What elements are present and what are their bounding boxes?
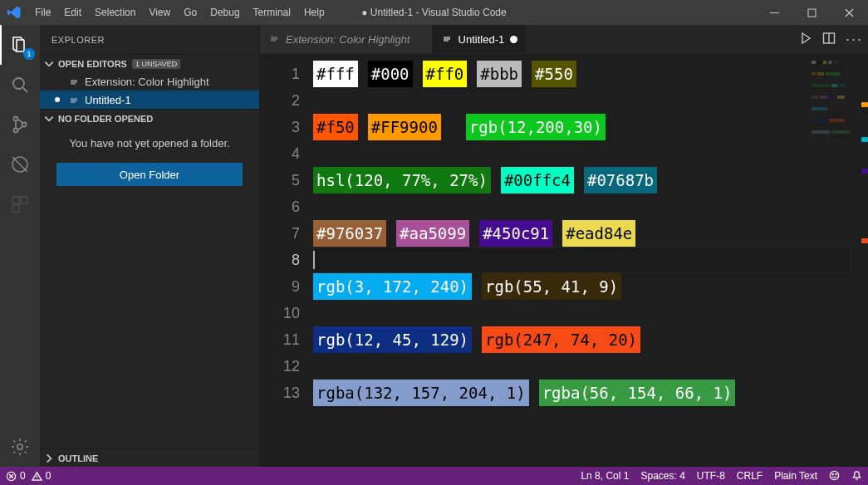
minimap[interactable] [812,61,856,160]
color-token: rgba(132, 157, 204, 1) [313,380,529,406]
status-lang[interactable]: Plain Text [768,470,823,482]
code-line[interactable] [313,247,851,273]
open-editor-item[interactable]: Untitled-1 [40,91,259,109]
overview-marker[interactable] [861,137,868,142]
status-encoding[interactable]: UTF-8 [691,470,731,482]
svg-rect-1 [808,9,816,17]
window-maximize[interactable] [793,0,831,25]
status-bell-icon[interactable] [846,470,868,481]
folder-label: NO FOLDER OPENED [58,114,153,124]
open-editor-item[interactable]: Extension: Color Highlight [40,72,259,91]
menu-go[interactable]: Go [177,0,204,25]
status-feedback-icon[interactable] [823,470,846,481]
color-token: rgb(3, 172, 240) [313,273,472,300]
code-line[interactable]: #f50#FF9900rgb(12,200,30) [313,114,868,140]
activity-explorer[interactable]: 1 [0,25,40,65]
code-line[interactable]: #fff#000#ff0#bbb#550 [313,61,868,87]
code-line[interactable] [313,353,868,380]
folder-header[interactable]: NO FOLDER OPENED [40,109,259,127]
line-number: 1 [260,61,300,87]
code-line[interactable]: #976037#aa5099#450c91#ead84e [313,220,868,247]
color-token: #bbb [477,61,522,87]
overview-marker[interactable] [861,102,868,107]
code-line[interactable] [313,300,868,326]
open-editors-header[interactable]: OPEN EDITORS 1 UNSAVED [40,54,259,72]
editor-tab[interactable]: Extension: Color Highlight [260,25,433,53]
color-token: #450c91 [479,220,552,247]
svg-point-13 [830,471,838,479]
errors-count: 0 [20,470,26,482]
text-editor[interactable]: 12345678910111213 #fff#000#ff0#bbb#550#f… [260,54,868,467]
menu-file[interactable]: File [28,0,57,25]
activity-extensions[interactable] [0,184,40,224]
more-actions-icon[interactable]: ··· [846,31,863,48]
tab-label: Extension: Color Highlight [286,33,410,46]
svg-point-5 [22,123,27,127]
overview-ruler[interactable] [856,54,868,467]
code-line[interactable]: hsl(120, 77%, 27%)#00ffc4#07687b [313,167,868,194]
window-minimize[interactable] [756,0,793,25]
open-editor-label: Extension: Color Highlight [85,76,209,88]
line-number: 5 [260,167,300,194]
activity-settings[interactable] [0,427,40,467]
color-token: #FF9900 [368,114,441,140]
editor-tab[interactable]: Untitled-1 [433,25,527,53]
menu-terminal[interactable]: Terminal [247,0,297,25]
sidebar: EXPLORER OPEN EDITORS 1 UNSAVED Extensio… [40,25,260,467]
code-line[interactable] [313,140,868,167]
code-content[interactable]: #fff#000#ff0#bbb#550#f50#FF9900rgb(12,20… [313,54,868,467]
menu-selection[interactable]: Selection [88,0,142,25]
open-editor-label: Untitled-1 [85,94,131,106]
status-warnings[interactable]: 0 [32,467,57,485]
svg-point-15 [836,474,836,475]
outline-header[interactable]: OUTLINE [40,448,259,467]
status-eol[interactable]: CRLF [731,470,768,482]
line-number: 4 [260,140,300,167]
warnings-count: 0 [46,470,51,482]
overview-marker[interactable] [861,238,868,243]
svg-point-10 [17,444,22,449]
split-editor-icon[interactable] [822,32,836,47]
outline-label: OUTLINE [58,453,98,463]
activity-debug[interactable] [0,145,40,184]
overview-marker[interactable] [861,169,868,174]
app-logo [0,5,28,20]
color-token: rgb(12,200,30) [466,114,606,140]
svg-rect-7 [12,197,19,203]
status-cursor[interactable]: Ln 8, Col 1 [575,470,635,482]
svg-point-14 [832,474,833,475]
color-token: rgb(247, 74, 20) [482,326,640,353]
color-token: #fff [313,61,358,87]
menu-view[interactable]: View [142,0,177,25]
code-line[interactable]: rgb(3, 172, 240)rgb(55, 41, 9) [313,273,868,300]
menu-debug[interactable]: Debug [204,0,246,25]
title-bar: FileEditSelectionViewGoDebugTerminalHelp… [0,0,868,25]
code-line[interactable] [313,194,868,220]
status-indent[interactable]: Spaces: 4 [635,470,690,482]
activity-scm[interactable] [0,105,40,145]
window-close[interactable] [831,0,868,25]
file-icon [441,33,453,45]
code-line[interactable]: rgba(132, 157, 204, 1)rgba(56, 154, 66, … [313,380,868,406]
run-icon[interactable] [799,32,812,47]
open-folder-button[interactable]: Open Folder [56,163,243,186]
code-line[interactable]: rgb(12, 45, 129)rgb(247, 74, 20) [313,326,868,353]
status-bar: 0 0 Ln 8, Col 1 Spaces: 4 UTF-8 CRLF Pla… [0,467,868,485]
line-number: 9 [260,273,300,300]
menu-edit[interactable]: Edit [57,0,88,25]
status-errors[interactable]: 0 [0,467,32,485]
svg-rect-9 [12,205,19,212]
color-token: #07687b [584,167,657,194]
menu-help[interactable]: Help [297,0,331,25]
activity-search[interactable] [0,65,40,105]
code-line[interactable] [313,87,868,114]
line-number: 13 [260,380,300,406]
tab-bar: Extension: Color HighlightUntitled-1 ··· [260,25,868,54]
color-token: #ff0 [423,61,468,87]
line-numbers: 12345678910111213 [260,54,313,467]
color-token: #550 [532,61,576,87]
color-token: hsl(120, 77%, 27%) [313,167,491,194]
line-number: 11 [260,326,300,353]
color-token: #ead84e [562,220,635,247]
modified-dot-icon [55,97,60,102]
